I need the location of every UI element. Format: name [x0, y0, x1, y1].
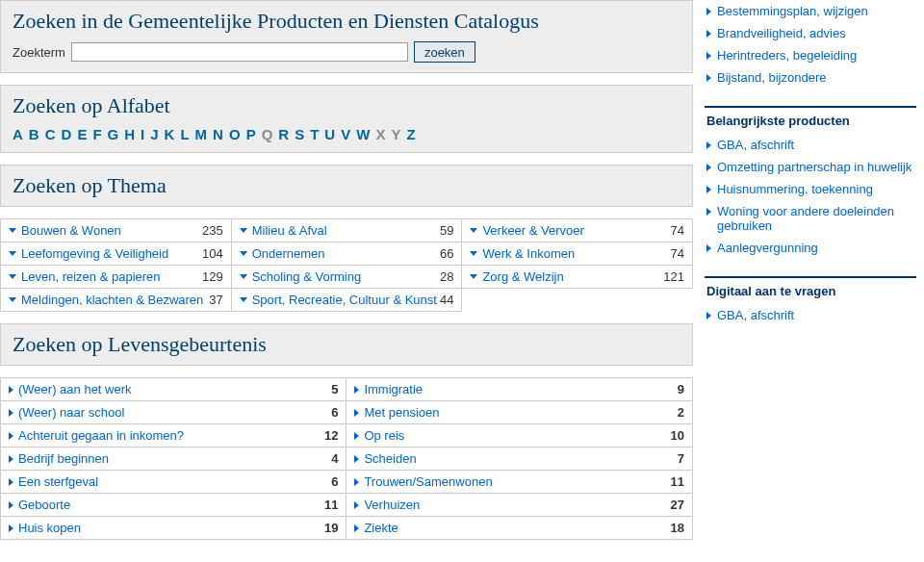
alpha-letter-j[interactable]: J [150, 126, 158, 142]
theme-count: 74 [671, 223, 684, 238]
life-cell[interactable]: Huis kopen19 [1, 517, 346, 540]
chevron-right-icon [706, 186, 711, 193]
theme-count: 235 [202, 223, 223, 238]
alpha-letter-i[interactable]: I [141, 126, 144, 142]
sidebar-item[interactable]: GBA, afschrift [705, 134, 916, 156]
sidebar-item-label: Huisnummering, toekenning [717, 182, 873, 196]
life-label: Ziekte [364, 521, 398, 535]
life-count: 27 [671, 498, 684, 512]
life-cell[interactable]: Achteruit gegaan in inkomen?12 [1, 424, 346, 447]
life-cell[interactable]: Geboorte11 [1, 494, 346, 517]
life-cell[interactable]: Scheiden7 [346, 447, 693, 471]
life-label: Met pensioen [364, 405, 439, 420]
alpha-letter-g[interactable]: G [108, 126, 119, 142]
theme-cell[interactable]: Meldingen, klachten & Bezwaren37 [1, 289, 232, 312]
life-title: Zoeken op Levensgebeurtenis [13, 332, 680, 357]
theme-cell[interactable]: Werk & Inkomen74 [462, 243, 693, 266]
alpha-letter-b[interactable]: B [29, 126, 39, 142]
sidebar-item[interactable]: Aanlegvergunning [705, 237, 916, 259]
alpha-letter-v[interactable]: V [341, 126, 350, 142]
alpha-letter-u[interactable]: U [324, 126, 335, 142]
sidebar-item-label: Woning voor andere doeleinden gebruiken [717, 204, 914, 233]
theme-count: 44 [440, 293, 453, 307]
theme-count: 59 [440, 223, 453, 238]
sidebar-item-label: GBA, afschrift [717, 138, 794, 152]
sidebar-item[interactable]: Woning voor andere doeleinden gebruiken [705, 200, 916, 237]
theme-cell[interactable]: Sport, Recreatie, Cultuur & Kunst44 [231, 289, 462, 312]
sidebar-item[interactable]: Omzetting partnerschap in huwelijk [705, 156, 916, 178]
sidebar-item[interactable]: GBA, afschrift [705, 304, 916, 326]
theme-cell[interactable]: Bouwen & Wonen235 [1, 219, 232, 243]
chevron-right-icon [354, 432, 359, 440]
theme-cell[interactable]: Leefomgeving & Veiligheid104 [1, 243, 232, 266]
sidebar-section-title: Belangrijkste producten [705, 106, 916, 134]
alpha-letter-s[interactable]: S [295, 126, 304, 142]
life-count: 11 [671, 474, 684, 489]
alpha-letter-e[interactable]: E [77, 126, 87, 142]
sidebar-item[interactable]: Herintreders, begeleiding [705, 44, 916, 66]
alpha-letter-p[interactable]: P [246, 126, 256, 142]
sidebar-item-label: Omzetting partnerschap in huwelijk [717, 160, 911, 174]
sidebar-item[interactable]: Brandveiligheid, advies [705, 22, 916, 44]
alpha-letter-r[interactable]: R [278, 126, 289, 142]
chevron-down-icon [240, 228, 247, 233]
life-label: Een sterfgeval [18, 474, 98, 489]
life-label: (Weer) naar school [18, 405, 124, 420]
search-button[interactable]: zoeken [414, 41, 475, 63]
theme-cell[interactable]: Verkeer & Vervoer74 [462, 219, 693, 243]
chevron-down-icon [470, 274, 477, 279]
life-label: Bedrijf beginnen [18, 451, 109, 466]
life-cell[interactable]: (Weer) aan het werk5 [1, 378, 346, 401]
sidebar-item-label: Herintreders, begeleiding [717, 48, 857, 63]
theme-cell[interactable]: Zorg & Welzijn121 [462, 266, 693, 289]
chevron-right-icon [706, 312, 711, 319]
theme-cell[interactable]: Ondernemen66 [231, 243, 462, 266]
alphabet-block: Zoeken op Alfabet ABCDEFGHIJKLMNOPQRSTUV… [0, 85, 693, 153]
alpha-letter-f[interactable]: F [92, 126, 101, 142]
alpha-letter-o[interactable]: O [229, 126, 241, 142]
life-count: 2 [678, 405, 684, 420]
chevron-right-icon [354, 409, 359, 417]
alpha-letter-k[interactable]: K [165, 126, 175, 142]
sidebar-item-label: Bestemmingsplan, wijzigen [717, 4, 868, 18]
alpha-letter-l[interactable]: L [180, 126, 189, 142]
theme-cell[interactable]: Leven, reizen & papieren129 [1, 266, 232, 289]
life-count: 6 [331, 474, 338, 489]
sidebar-item[interactable]: Bijstand, bijzondere [705, 66, 916, 89]
sidebar-item[interactable]: Bestemmingsplan, wijzigen [705, 0, 916, 22]
theme-label: Scholing & Vorming [252, 269, 361, 284]
sidebar-section: Bestemmingsplan, wijzigenBrandveiligheid… [705, 0, 916, 89]
theme-cell[interactable]: Scholing & Vorming28 [231, 266, 462, 289]
sidebar-item-label: Aanlegvergunning [717, 241, 818, 255]
life-table: (Weer) aan het werk5Immigratie9(Weer) na… [0, 377, 693, 540]
alpha-letter-a[interactable]: A [13, 126, 23, 142]
sidebar-item[interactable]: Huisnummering, toekenning [705, 178, 916, 200]
chevron-right-icon [706, 8, 711, 15]
life-cell[interactable]: Verhuizen27 [346, 494, 693, 517]
alpha-letter-m[interactable]: M [195, 126, 208, 142]
alpha-letter-w[interactable]: W [356, 126, 370, 142]
alpha-letter-n[interactable]: N [213, 126, 223, 142]
themes-table: Bouwen & Wonen235Milieu & Afval59Verkeer… [0, 218, 693, 312]
life-cell[interactable]: Een sterfgeval6 [1, 471, 346, 494]
search-input[interactable] [71, 42, 408, 62]
sidebar-section: Belangrijkste productenGBA, afschriftOmz… [705, 106, 916, 259]
life-cell[interactable]: (Weer) naar school6 [1, 401, 346, 424]
life-cell[interactable]: Trouwen/Samenwonen11 [346, 471, 693, 494]
alpha-letter-z[interactable]: Z [406, 126, 415, 142]
alpha-letter-h[interactable]: H [124, 126, 135, 142]
life-cell[interactable]: Immigratie9 [346, 378, 693, 401]
alpha-letter-t[interactable]: T [310, 126, 319, 142]
alpha-letter-c[interactable]: C [45, 126, 56, 142]
life-cell[interactable]: Bedrijf beginnen4 [1, 447, 346, 471]
life-cell[interactable]: Op reis10 [346, 424, 693, 447]
life-cell[interactable]: Ziekte18 [346, 517, 693, 540]
life-cell[interactable]: Met pensioen2 [346, 401, 693, 424]
theme-label: Werk & Inkomen [482, 246, 575, 261]
chevron-right-icon [706, 74, 711, 82]
chevron-right-icon [354, 478, 359, 486]
theme-cell[interactable]: Milieu & Afval59 [231, 219, 462, 243]
alpha-letter-d[interactable]: D [62, 126, 72, 142]
life-count: 9 [678, 382, 684, 396]
theme-label: Verkeer & Vervoer [482, 223, 584, 238]
